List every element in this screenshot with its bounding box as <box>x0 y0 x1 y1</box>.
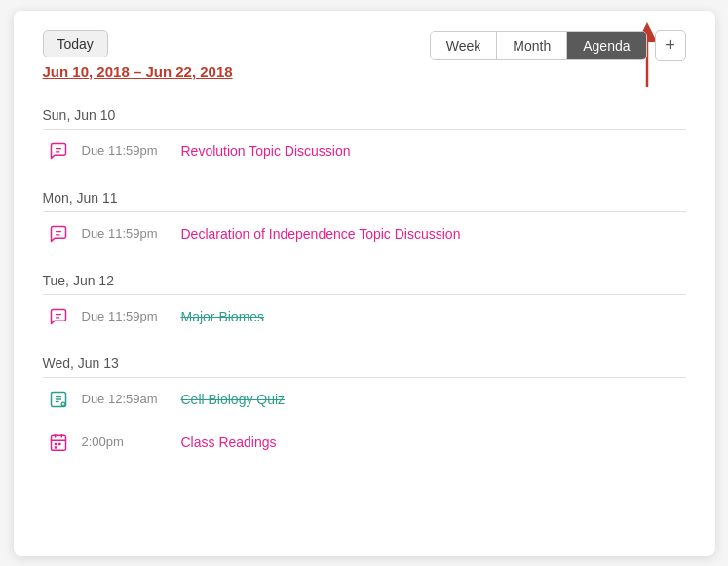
event-time-3-0: Due 12:59am <box>82 392 170 406</box>
event-row-2-0: Due 11:59pmMajor Biomes <box>43 295 686 338</box>
event-title-3-1[interactable]: Class Readings <box>181 434 277 450</box>
view-button-group: Week Month Agenda <box>430 31 647 60</box>
agenda-section: Sun, Jun 10 Due 11:59pmRevolution Topic … <box>43 97 686 464</box>
agenda-view-button[interactable]: Agenda <box>567 32 645 59</box>
event-icon-discussion <box>47 139 70 163</box>
day-label-1: Mon, Jun 11 <box>43 180 686 211</box>
day-label-3: Wed, Jun 13 <box>43 346 686 377</box>
event-time-1-0: Due 11:59pm <box>82 226 170 241</box>
event-row-1-0: Due 11:59pmDeclaration of Independence T… <box>43 212 686 255</box>
event-time-0-0: Due 11:59pm <box>82 143 170 158</box>
event-time-2-0: Due 11:59pm <box>82 309 170 323</box>
event-title-2-0[interactable]: Major Biomes <box>181 309 265 324</box>
event-title-3-0[interactable]: Cell Biology Quiz <box>181 392 286 407</box>
date-range[interactable]: Jun 10, 2018 – Jun 22, 2018 <box>43 63 233 80</box>
today-button[interactable]: Today <box>43 30 108 57</box>
event-icon-discussion <box>47 305 70 328</box>
event-row-0-0: Due 11:59pmRevolution Topic Discussion <box>43 130 686 172</box>
day-group-0: Sun, Jun 10 Due 11:59pmRevolution Topic … <box>43 97 686 172</box>
event-icon-calendar <box>47 431 70 454</box>
svg-rect-15 <box>51 435 65 450</box>
event-title-0-0[interactable]: Revolution Topic Discussion <box>181 143 351 159</box>
day-group-1: Mon, Jun 11 Due 11:59pmDeclaration of In… <box>43 180 686 255</box>
svg-rect-20 <box>58 442 61 445</box>
day-label-0: Sun, Jun 10 <box>43 97 686 129</box>
event-icon-discussion <box>47 222 70 245</box>
event-time-3-1: 2:00pm <box>82 434 170 449</box>
month-view-button[interactable]: Month <box>497 32 567 59</box>
day-group-2: Tue, Jun 12 Due 11:59pmMajor Biomes <box>43 263 686 338</box>
day-label-2: Tue, Jun 12 <box>43 263 686 294</box>
week-view-button[interactable]: Week <box>431 32 498 59</box>
day-group-3: Wed, Jun 13 Due 12:59amCell Biology Quiz <box>43 346 686 464</box>
header: Today Jun 10, 2018 – Jun 22, 2018 Week M… <box>43 30 686 80</box>
header-right: Week Month Agenda + <box>430 30 686 61</box>
add-event-button[interactable]: + <box>655 30 686 61</box>
calendar-container: Today Jun 10, 2018 – Jun 22, 2018 Week M… <box>14 11 715 556</box>
svg-rect-21 <box>54 446 57 449</box>
event-title-1-0[interactable]: Declaration of Independence Topic Discus… <box>181 226 461 242</box>
event-icon-quiz <box>47 388 70 411</box>
event-row-3-1: 2:00pmClass Readings <box>43 421 686 464</box>
header-left: Today Jun 10, 2018 – Jun 22, 2018 <box>43 30 233 80</box>
svg-rect-19 <box>54 442 57 445</box>
event-row-3-0: Due 12:59amCell Biology Quiz <box>43 378 686 421</box>
